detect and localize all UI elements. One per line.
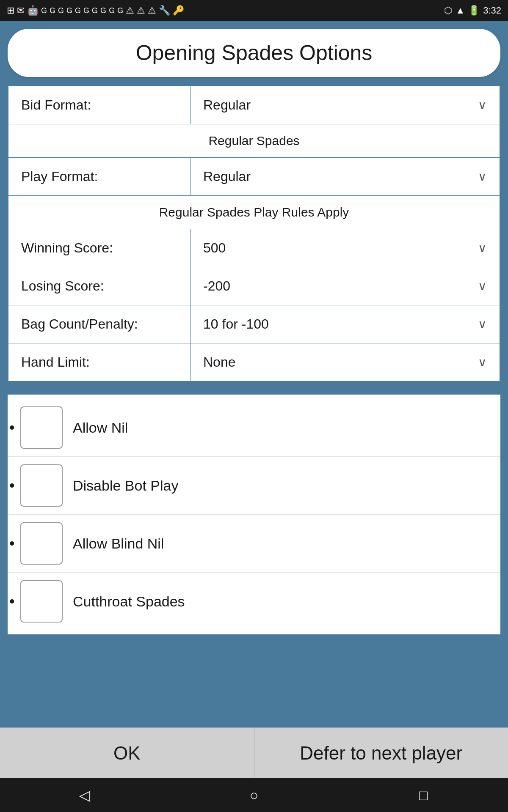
grid-icon: ⊞: [7, 5, 14, 16]
allow-nil-bullet: •: [9, 419, 15, 436]
nav-back-button[interactable]: ◁: [72, 782, 97, 808]
g8-icon: G: [100, 6, 106, 15]
battery-icon: 🔋: [468, 5, 480, 16]
winning-score-label: Winning Score:: [8, 229, 190, 267]
nav-bar: ◁ ○ □: [0, 778, 508, 812]
bid-format-value: Regular: [203, 97, 251, 113]
warning3-icon: ⚠: [148, 5, 156, 16]
losing-score-value: -200: [203, 278, 230, 294]
losing-score-label: Losing Score:: [8, 267, 190, 305]
bluetooth-icon: ⬡: [444, 5, 452, 16]
checkbox-disable-bot[interactable]: • Disable Bot Play: [8, 457, 500, 515]
back-icon: ◁: [79, 787, 90, 804]
hand-limit-chevron-icon: ∨: [478, 355, 487, 369]
allow-blind-nil-label: Allow Blind Nil: [73, 535, 164, 552]
home-icon: ○: [250, 787, 259, 804]
g2-icon: G: [50, 6, 55, 15]
play-format-label: Play Format:: [8, 158, 190, 195]
play-format-value: Regular: [203, 169, 251, 184]
nav-home-button[interactable]: ○: [241, 782, 267, 808]
bid-format-label: Bid Format:: [8, 86, 190, 124]
bag-count-dropdown[interactable]: 10 for -100 ∨: [190, 305, 500, 343]
robot-icon: 🤖: [27, 5, 39, 16]
page-title: Opening Spades Options: [25, 41, 483, 65]
g1-icon: G: [41, 6, 47, 15]
warning1-icon: ⚠: [126, 5, 134, 16]
checkbox-allow-blind-nil-box[interactable]: •: [20, 522, 63, 565]
g6-icon: G: [83, 6, 89, 15]
status-bar: ⊞ ✉ 🤖 G G G G G G G G G G ⚠ ⚠ ⚠ 🔧 🔑 ⬡ ▲ …: [0, 0, 508, 21]
losing-score-chevron-icon: ∨: [478, 279, 487, 293]
gmail-icon: ✉: [17, 5, 25, 16]
checkboxes-section: • Allow Nil • Disable Bot Play • Allow B…: [8, 395, 500, 634]
bag-count-chevron-icon: ∨: [478, 317, 487, 331]
defer-button[interactable]: Defer to next player: [254, 728, 508, 778]
cutthroat-label: Cutthroat Spades: [73, 593, 185, 610]
nav-recent-button[interactable]: □: [411, 782, 436, 808]
wifi-icon: ▲: [456, 5, 465, 16]
checkbox-cutthroat[interactable]: • Cutthroat Spades: [8, 573, 500, 630]
g5-icon: G: [75, 6, 81, 15]
main-content: Opening Spades Options Bid Format: Regul…: [0, 21, 508, 727]
warning2-icon: ⚠: [137, 5, 145, 16]
checkbox-cutthroat-box[interactable]: •: [20, 580, 63, 623]
g7-icon: G: [92, 6, 98, 15]
play-format-row: Play Format: Regular ∨: [8, 158, 500, 196]
play-format-description: Regular Spades Play Rules Apply: [8, 196, 500, 229]
winning-score-value: 500: [203, 240, 226, 256]
play-format-dropdown[interactable]: Regular ∨: [190, 158, 500, 195]
hand-limit-value: None: [203, 354, 236, 370]
hand-limit-dropdown[interactable]: None ∨: [190, 343, 500, 381]
losing-score-dropdown[interactable]: -200 ∨: [190, 267, 500, 305]
wrench-icon: 🔧: [159, 5, 170, 16]
winning-score-row: Winning Score: 500 ∨: [8, 229, 500, 267]
allow-nil-label: Allow Nil: [73, 420, 128, 436]
g4-icon: G: [66, 6, 72, 15]
hand-limit-label: Hand Limit:: [8, 343, 190, 381]
g3-icon: G: [58, 6, 64, 15]
checkbox-allow-blind-nil[interactable]: • Allow Blind Nil: [8, 515, 500, 573]
winning-score-dropdown[interactable]: 500 ∨: [190, 229, 500, 267]
g9-icon: G: [109, 6, 115, 15]
checkbox-disable-bot-box[interactable]: •: [20, 464, 63, 507]
title-card: Opening Spades Options: [8, 29, 500, 77]
options-table: Bid Format: Regular ∨ Regular Spades Pla…: [8, 85, 500, 382]
bid-format-row: Bid Format: Regular ∨: [8, 86, 500, 124]
bag-count-value: 10 for -100: [203, 316, 269, 332]
checkbox-allow-nil[interactable]: • Allow Nil: [8, 399, 500, 457]
g10-icon: G: [117, 6, 123, 15]
winning-score-chevron-icon: ∨: [478, 241, 487, 255]
time-label: 3:32: [483, 5, 501, 16]
bid-format-description: Regular Spades: [8, 124, 500, 158]
bag-count-label: Bag Count/Penalty:: [8, 305, 190, 343]
allow-blind-nil-bullet: •: [9, 535, 15, 552]
status-bar-right: ⬡ ▲ 🔋 3:32: [444, 5, 501, 16]
key-icon: 🔑: [173, 5, 184, 16]
bid-format-dropdown[interactable]: Regular ∨: [190, 86, 500, 124]
cutthroat-bullet: •: [9, 593, 15, 610]
losing-score-row: Losing Score: -200 ∨: [8, 267, 500, 305]
disable-bot-bullet: •: [9, 477, 15, 494]
disable-bot-label: Disable Bot Play: [73, 477, 178, 494]
checkbox-allow-nil-box[interactable]: •: [20, 406, 63, 449]
ok-button[interactable]: OK: [0, 728, 254, 778]
status-bar-left: ⊞ ✉ 🤖 G G G G G G G G G G ⚠ ⚠ ⚠ 🔧 🔑: [7, 5, 184, 16]
bid-format-chevron-icon: ∨: [478, 98, 487, 112]
play-format-chevron-icon: ∨: [478, 170, 487, 184]
recent-icon: □: [419, 787, 428, 804]
bottom-buttons: OK Defer to next player: [0, 727, 508, 778]
bag-count-row: Bag Count/Penalty: 10 for -100 ∨: [8, 305, 500, 343]
section-separator: [8, 382, 500, 395]
hand-limit-row: Hand Limit: None ∨: [8, 343, 500, 381]
